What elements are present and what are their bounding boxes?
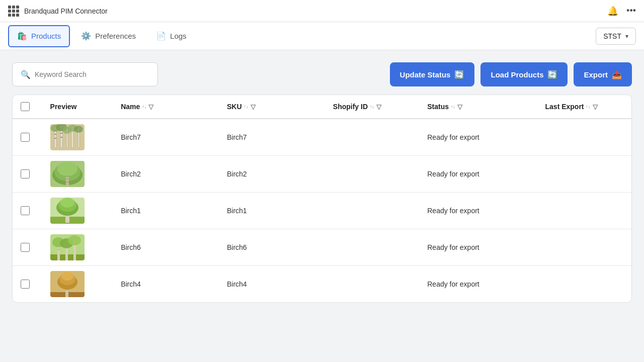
product-name: Birch1 — [121, 207, 141, 215]
product-sku: Birch2 — [227, 170, 247, 178]
store-selector[interactable]: STST ▾ — [596, 28, 636, 45]
product-thumbnail — [50, 198, 85, 224]
document-icon: 📄 — [156, 31, 166, 41]
row-checkbox[interactable] — [21, 206, 30, 215]
refresh-icon: 🔄 — [454, 70, 464, 79]
row-checkbox[interactable] — [21, 280, 30, 289]
filter-shopify-icon[interactable]: ▽ — [376, 103, 381, 111]
apps-icon[interactable] — [8, 6, 19, 17]
product-sku: Birch4 — [227, 280, 247, 288]
svg-point-52 — [61, 272, 73, 281]
row-preview-cell — [42, 156, 113, 193]
svg-point-44 — [68, 235, 81, 245]
row-name-cell: Birch1 — [113, 193, 219, 229]
sort-sku-icon[interactable]: ↑↓ — [244, 105, 249, 109]
tab-products[interactable]: 🛍️ Products — [8, 25, 70, 47]
product-status: Ready for export — [427, 133, 479, 141]
table-row: Birch4 Birch4 Ready for export — [13, 266, 631, 303]
load-products-label: Load Products — [491, 70, 543, 79]
update-status-label: Update Status — [400, 70, 451, 79]
sort-status-icon[interactable]: ↑↓ — [451, 105, 455, 109]
col-header-name[interactable]: Name ↑↓ ▽ — [113, 95, 219, 119]
table-row: Birch7 Birch7 Ready for export — [13, 119, 631, 156]
product-sku: Birch1 — [227, 207, 247, 215]
row-name-cell: Birch7 — [113, 119, 219, 156]
product-name: Birch2 — [121, 170, 141, 178]
col-header-sku[interactable]: SKU ↑↓ ▽ — [219, 95, 325, 119]
shopping-bag-icon: 🛍️ — [17, 31, 27, 41]
sync-icon: 🔄 — [547, 70, 557, 79]
row-checkbox[interactable] — [21, 133, 30, 142]
sort-name-icon[interactable]: ↑↓ — [142, 105, 146, 109]
row-status-cell: Ready for export — [419, 119, 537, 156]
row-checkbox[interactable] — [21, 169, 30, 178]
product-thumbnail — [50, 271, 85, 297]
row-status-cell: Ready for export — [419, 193, 537, 229]
sort-last-export-icon[interactable]: ↑↓ — [586, 105, 591, 109]
svg-point-17 — [74, 126, 83, 133]
row-last-export-cell — [537, 193, 631, 229]
export-label: Export — [584, 70, 608, 79]
topbar: Brandquad PIM Connector 🔔 ••• — [0, 0, 644, 22]
product-status: Ready for export — [427, 207, 479, 215]
update-status-button[interactable]: Update Status 🔄 — [390, 62, 475, 86]
gear-icon: ⚙️ — [81, 31, 91, 41]
row-sku-cell: Birch1 — [219, 193, 325, 229]
more-dots-icon[interactable]: ••• — [626, 6, 636, 16]
product-sku: Birch6 — [227, 243, 247, 251]
load-products-button[interactable]: Load Products 🔄 — [480, 62, 568, 86]
tab-preferences[interactable]: ⚙️ Preferences — [72, 25, 145, 47]
product-thumbnail — [50, 124, 85, 150]
row-name-cell: Birch2 — [113, 156, 219, 193]
row-checkbox[interactable] — [21, 243, 30, 252]
row-shopify-id-cell — [325, 229, 419, 266]
search-input[interactable] — [35, 70, 149, 78]
col-header-check — [13, 95, 42, 119]
table-row: Birch2 Birch2 Ready for export — [13, 156, 631, 193]
filter-last-export-icon[interactable]: ▽ — [593, 103, 598, 111]
col-header-preview: Preview — [42, 95, 113, 119]
row-check-cell — [13, 266, 42, 303]
svg-point-21 — [57, 162, 77, 176]
nav-tabs: 🛍️ Products ⚙️ Preferences 📄 Logs STST ▾ — [0, 22, 644, 50]
row-preview-cell — [42, 119, 113, 156]
row-status-cell: Ready for export — [419, 156, 537, 193]
products-table: Preview Name ↑↓ ▽ SKU ↑↓ ▽ — [13, 95, 631, 302]
table-header-row: Preview Name ↑↓ ▽ SKU ↑↓ ▽ — [13, 95, 631, 119]
row-status-cell: Ready for export — [419, 266, 537, 303]
notification-bell-icon[interactable]: 🔔 — [607, 6, 618, 17]
toolbar: 🔍 Update Status 🔄 Load Products 🔄 Export… — [12, 62, 632, 86]
products-table-container: Preview Name ↑↓ ▽ SKU ↑↓ ▽ — [12, 95, 632, 303]
tab-logs[interactable]: 📄 Logs — [147, 25, 196, 47]
row-last-export-cell — [537, 229, 631, 266]
row-check-cell — [13, 156, 42, 193]
row-sku-cell: Birch2 — [219, 156, 325, 193]
row-check-cell — [13, 193, 42, 229]
col-header-last-export[interactable]: Last Export ↑↓ ▽ — [537, 95, 631, 119]
send-icon: 📤 — [612, 70, 622, 79]
row-sku-cell: Birch6 — [219, 229, 325, 266]
filter-name-icon[interactable]: ▽ — [148, 103, 153, 111]
tab-logs-label: Logs — [170, 32, 187, 40]
product-sku: Birch7 — [227, 133, 247, 141]
tab-preferences-label: Preferences — [95, 32, 136, 40]
search-box[interactable]: 🔍 — [12, 62, 158, 86]
table-row: Birch6 Birch6 Ready for export — [13, 229, 631, 266]
main-content: 🔍 Update Status 🔄 Load Products 🔄 Export… — [0, 50, 644, 315]
svg-point-32 — [60, 198, 74, 208]
col-header-shopify-id[interactable]: Shopify ID ↑↓ ▽ — [325, 95, 419, 119]
filter-sku-icon[interactable]: ▽ — [251, 103, 256, 111]
row-shopify-id-cell — [325, 266, 419, 303]
sort-shopify-icon[interactable]: ↑↓ — [370, 105, 374, 109]
row-shopify-id-cell — [325, 193, 419, 229]
col-header-status[interactable]: Status ↑↓ ▽ — [419, 95, 537, 119]
row-sku-cell: Birch7 — [219, 119, 325, 156]
row-shopify-id-cell — [325, 119, 419, 156]
export-button[interactable]: Export 📤 — [574, 62, 632, 86]
product-name: Birch4 — [121, 280, 141, 288]
row-check-cell — [13, 119, 42, 156]
filter-status-icon[interactable]: ▽ — [457, 103, 462, 111]
select-all-checkbox[interactable] — [21, 102, 30, 111]
row-check-cell — [13, 229, 42, 266]
topbar-actions: 🔔 ••• — [607, 6, 636, 17]
